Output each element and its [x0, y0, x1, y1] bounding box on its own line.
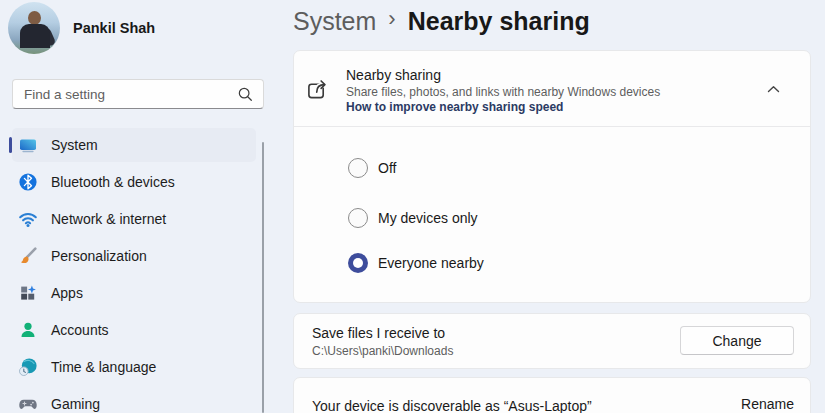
radio-label: Off — [378, 160, 396, 176]
rename-button[interactable]: Rename — [741, 396, 794, 412]
device-discoverable-text: Your device is discoverable as “Asus-Lap… — [312, 398, 592, 413]
bluetooth-icon — [18, 172, 38, 192]
user-name: Pankil Shah — [73, 20, 155, 36]
radio-label: Everyone nearby — [378, 255, 484, 271]
change-button[interactable]: Change — [680, 326, 794, 355]
sidebar-scrollbar[interactable] — [262, 142, 264, 413]
system-icon — [18, 135, 38, 155]
chevron-right-icon: › — [388, 6, 395, 32]
nearby-sharing-description: Share files, photos, and links with near… — [346, 85, 660, 99]
share-icon — [305, 76, 331, 102]
sidebar-item-network-internet[interactable]: Network & internet — [12, 202, 256, 236]
page-title: Nearby sharing — [408, 7, 590, 36]
search-icon — [237, 86, 253, 102]
settings-window: Pankil Shah Syst — [0, 0, 825, 413]
sidebar-item-label: Apps — [51, 285, 83, 301]
device-discoverable-card: Your device is discoverable as “Asus-Lap… — [293, 377, 811, 413]
sidebar-item-label: Time & language — [51, 359, 156, 375]
save-files-path: C:\Users\panki\Downloads — [312, 344, 453, 358]
radio-button-selected[interactable] — [348, 253, 368, 273]
sidebar-nav: System Bluetooth & devices — [12, 128, 256, 413]
nearby-sharing-help-link[interactable]: How to improve nearby sharing speed — [346, 100, 563, 114]
breadcrumb-parent[interactable]: System — [293, 7, 376, 36]
nearby-sharing-card: Nearby sharing Share files, photos, and … — [293, 50, 811, 303]
sidebar-item-time-language[interactable]: Time & language — [12, 350, 256, 384]
accounts-icon — [18, 320, 38, 340]
sidebar-item-label: System — [51, 137, 98, 153]
save-files-title: Save files I receive to — [312, 325, 445, 341]
sidebar-item-label: Personalization — [51, 248, 147, 264]
sidebar-item-personalization[interactable]: Personalization — [12, 239, 256, 273]
radio-button[interactable] — [348, 158, 368, 178]
gaming-icon — [18, 394, 38, 413]
sidebar-item-label: Accounts — [51, 322, 109, 338]
save-files-card: Save files I receive to C:\Users\panki\D… — [293, 313, 811, 369]
sidebar: Pankil Shah Syst — [0, 0, 280, 413]
nearby-sharing-header[interactable]: Nearby sharing Share files, photos, and … — [294, 51, 810, 127]
radio-option-everyone-nearby[interactable]: Everyone nearby — [348, 253, 484, 273]
sidebar-item-system[interactable]: System — [12, 128, 256, 162]
sidebar-item-accounts[interactable]: Accounts — [12, 313, 256, 347]
avatar — [8, 2, 60, 54]
sidebar-item-label: Bluetooth & devices — [51, 174, 175, 190]
sidebar-item-gaming[interactable]: Gaming — [12, 387, 256, 413]
radio-button[interactable] — [348, 208, 368, 228]
network-icon — [18, 209, 38, 229]
time-language-icon — [18, 357, 38, 377]
apps-icon — [18, 283, 38, 303]
search-input[interactable] — [24, 87, 237, 102]
sidebar-item-apps[interactable]: Apps — [12, 276, 256, 310]
sidebar-item-label: Gaming — [51, 396, 100, 412]
personalization-icon — [18, 246, 38, 266]
sidebar-item-bluetooth-devices[interactable]: Bluetooth & devices — [12, 165, 256, 199]
radio-option-my-devices-only[interactable]: My devices only — [348, 208, 478, 228]
breadcrumb: System › Nearby sharing — [293, 1, 590, 41]
search-box[interactable] — [12, 79, 264, 109]
user-profile[interactable]: Pankil Shah — [8, 2, 155, 54]
nearby-sharing-title: Nearby sharing — [346, 67, 441, 83]
radio-label: My devices only — [378, 210, 478, 226]
chevron-up-icon[interactable] — [764, 80, 783, 99]
radio-option-off[interactable]: Off — [348, 158, 396, 178]
sidebar-item-label: Network & internet — [51, 211, 166, 227]
